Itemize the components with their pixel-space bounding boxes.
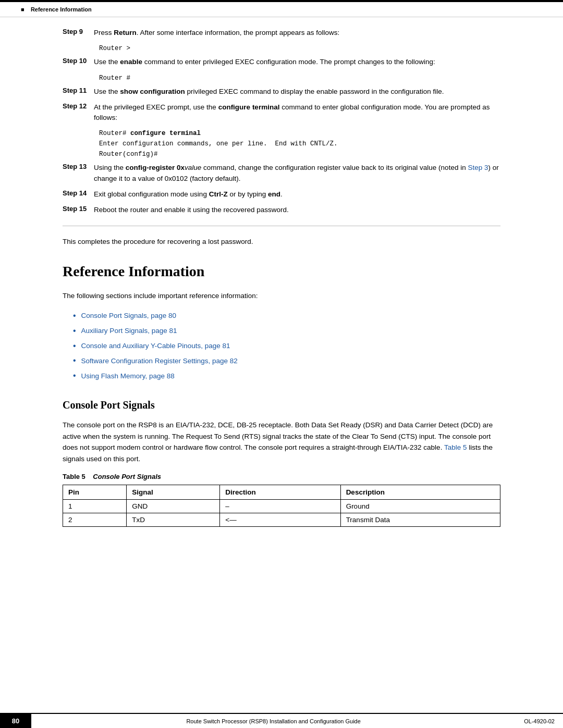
cell-pin: 1 bbox=[63, 500, 127, 513]
col-header-signal: Signal bbox=[127, 485, 220, 500]
step-14-label: Step 14 bbox=[63, 189, 94, 197]
console-port-body: The console port on the RSP8 is an EIA/T… bbox=[63, 419, 500, 464]
footer: 80 Route Switch Processor (RSP8) Install… bbox=[0, 713, 563, 728]
step-11-label: Step 11 bbox=[63, 87, 94, 94]
step-11-row: Step 11 Use the show configuration privi… bbox=[63, 87, 500, 97]
cell-signal: TxD bbox=[127, 513, 220, 527]
col-header-direction: Direction bbox=[220, 485, 340, 500]
footer-page-number: 80 bbox=[0, 714, 31, 728]
console-port-signals-link[interactable]: Console Port Signals, page 80 bbox=[81, 310, 176, 322]
step-10-label: Step 10 bbox=[63, 57, 94, 65]
step-13-label: Step 13 bbox=[63, 163, 94, 170]
step-10-code: Router # bbox=[99, 73, 500, 83]
step-15-label: Step 15 bbox=[63, 205, 94, 213]
table-header-row: Pin Signal Direction Description bbox=[63, 485, 500, 500]
step-11-content: Use the show configuration privileged EX… bbox=[94, 87, 500, 97]
reference-information-heading: Reference Information bbox=[63, 263, 500, 280]
auxiliary-port-signals-link[interactable]: Auxiliary Port Signals, page 81 bbox=[81, 325, 177, 337]
closing-text: This completes the procedure for recover… bbox=[63, 237, 500, 247]
table-row: 2 TxD <— Transmit Data bbox=[63, 513, 500, 527]
cell-pin: 2 bbox=[63, 513, 127, 527]
col-header-description: Description bbox=[340, 485, 500, 500]
step-9-code: Router > bbox=[99, 43, 500, 54]
cell-direction: – bbox=[220, 500, 340, 513]
cell-description: Ground bbox=[340, 500, 500, 513]
step-9-label: Step 9 bbox=[63, 28, 94, 35]
table-5-link[interactable]: Table 5 bbox=[444, 443, 467, 451]
step-12-content: At the privileged EXEC prompt, use the c… bbox=[94, 102, 500, 124]
breadcrumb-icon: ■ bbox=[21, 6, 25, 13]
step-14-row: Step 14 Exit global configuration mode u… bbox=[63, 189, 500, 200]
footer-right-text: OL-4920-02 bbox=[516, 715, 563, 727]
step-12-code: Router# configure terminal Enter configu… bbox=[99, 128, 500, 159]
breadcrumb: Reference Information bbox=[31, 6, 92, 13]
list-item: Console and Auxiliary Y-Cable Pinouts, p… bbox=[73, 339, 500, 354]
step-15-content: Reboot the router and enable it using th… bbox=[94, 205, 500, 215]
cell-signal: GND bbox=[127, 500, 220, 513]
step-3-link[interactable]: Step 3 bbox=[468, 164, 488, 171]
cell-description: Transmit Data bbox=[340, 513, 500, 527]
step-9-content: Press Return. After some interface infor… bbox=[94, 28, 500, 38]
section-divider bbox=[63, 226, 500, 226]
table-caption: Table 5 Console Port Signals bbox=[63, 473, 500, 480]
step-12-label: Step 12 bbox=[63, 102, 94, 110]
console-auxiliary-ycable-link[interactable]: Console and Auxiliary Y-Cable Pinouts, p… bbox=[81, 340, 230, 352]
step-15-row: Step 15 Reboot the router and enable it … bbox=[63, 205, 500, 215]
step-12-row: Step 12 At the privileged EXEC prompt, u… bbox=[63, 102, 500, 124]
using-flash-memory-link[interactable]: Using Flash Memory, page 88 bbox=[81, 370, 175, 382]
step-14-content: Exit global configuration mode using Ctr… bbox=[94, 189, 500, 200]
list-item: Using Flash Memory, page 88 bbox=[73, 368, 500, 384]
cell-direction: <— bbox=[220, 513, 340, 527]
list-item: Console Port Signals, page 80 bbox=[73, 309, 500, 324]
step-10-content: Use the enable command to enter privileg… bbox=[94, 57, 500, 67]
list-item: Auxiliary Port Signals, page 81 bbox=[73, 324, 500, 339]
step-9-row: Step 9 Press Return. After some interfac… bbox=[63, 28, 500, 38]
table-row: 1 GND – Ground bbox=[63, 500, 500, 513]
step-13-content: Using the config-register 0xvalue comman… bbox=[94, 163, 500, 184]
step-13-row: Step 13 Using the config-register 0xvalu… bbox=[63, 163, 500, 184]
console-port-signals-table: Pin Signal Direction Description 1 GND –… bbox=[63, 485, 500, 527]
table-title: Console Port Signals bbox=[93, 473, 161, 480]
console-port-signals-heading: Console Port Signals bbox=[63, 399, 500, 411]
step-10-row: Step 10 Use the enable command to enter … bbox=[63, 57, 500, 67]
col-header-pin: Pin bbox=[63, 485, 127, 500]
reference-intro: The following sections include important… bbox=[63, 290, 500, 302]
footer-center-text: Route Switch Processor (RSP8) Installati… bbox=[31, 715, 516, 727]
reference-links-list: Console Port Signals, page 80 Auxiliary … bbox=[73, 309, 500, 384]
list-item: Software Configuration Register Settings… bbox=[73, 353, 500, 368]
table-num: Table 5 bbox=[63, 473, 85, 480]
software-config-register-link[interactable]: Software Configuration Register Settings… bbox=[81, 355, 238, 367]
